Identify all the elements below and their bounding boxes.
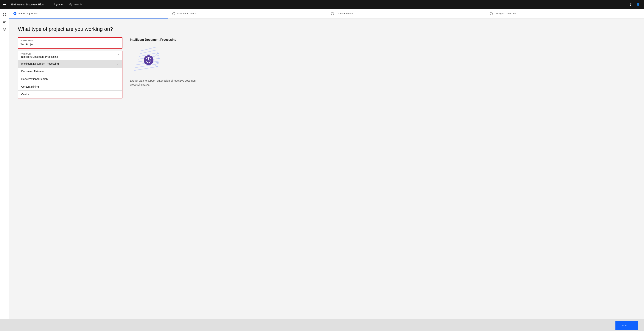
dropdown-item-custom[interactable]: Custom xyxy=(18,90,122,98)
svg-rect-1 xyxy=(5,13,6,14)
dropdown-item-label-content-mining: Content Mining xyxy=(21,85,39,88)
project-type-select-header[interactable]: Project type Intelligent Document Proces… xyxy=(18,51,122,60)
brand-bold: Plus xyxy=(38,3,44,6)
project-name-input[interactable] xyxy=(18,42,122,48)
description-illustration xyxy=(130,45,164,75)
project-type-selected: Intelligent Document Processing xyxy=(20,55,58,58)
nav-link-myprojects[interactable]: My projects xyxy=(66,0,85,9)
dropdown-item-label-conversational: Conversational Search xyxy=(21,78,48,81)
step-label-4: Configure collection xyxy=(495,12,516,15)
svg-rect-2 xyxy=(3,15,4,16)
description-text: Extract data to support automation of re… xyxy=(130,79,197,87)
project-name-label: Project name xyxy=(18,38,122,42)
project-name-group: Project name xyxy=(18,37,122,49)
sidebar-icon-api[interactable] xyxy=(2,26,8,32)
step-label-3: Connect to data xyxy=(336,12,353,15)
step-circle-1 xyxy=(14,12,16,15)
step-circle-3 xyxy=(331,12,334,15)
dropdown-item-conversational[interactable]: Conversational Search xyxy=(18,75,122,83)
form-left: Project name Project type Intelligent Do… xyxy=(18,37,122,98)
form-section: Project name Project type Intelligent Do… xyxy=(18,37,635,98)
top-navigation: IBM Watson Discovery Plus Upgrade My pro… xyxy=(0,0,644,9)
dropdown-item-label-retrieval: Document Retrieval xyxy=(21,70,44,73)
check-icon: ✓ xyxy=(117,62,119,65)
project-type-group: Project type Intelligent Document Proces… xyxy=(18,51,122,98)
nav-link-upgrade[interactable]: Upgrade xyxy=(50,0,66,9)
brand-text: IBM Watson Discovery xyxy=(11,3,38,6)
page-title: What type of project are you working on? xyxy=(18,26,635,32)
svg-point-21 xyxy=(158,58,160,59)
step-label-2: Select data source xyxy=(177,12,197,15)
page-content: What type of project are you working on?… xyxy=(9,19,644,319)
hamburger-menu[interactable] xyxy=(3,3,7,6)
progress-step-3[interactable]: Connect to data xyxy=(326,9,485,19)
dropdown-item-idp[interactable]: Intelligent Document Processing ✓ xyxy=(18,60,122,68)
svg-rect-5 xyxy=(3,22,6,22)
topnav-right: ? 👤 xyxy=(628,2,641,8)
form-right: Intelligent Document Processing xyxy=(130,37,635,87)
nav-links: Upgrade My projects xyxy=(50,0,85,9)
select-chevron-up-icon: ⌃ xyxy=(118,54,120,57)
select-header-content: Project type Intelligent Document Proces… xyxy=(20,53,58,58)
project-type-label: Project type xyxy=(20,53,58,55)
dropdown-item-retrieval[interactable]: Document Retrieval xyxy=(18,68,122,75)
next-button[interactable]: Next → xyxy=(616,321,638,330)
svg-point-23 xyxy=(156,66,158,68)
dropdown-list: Intelligent Document Processing ✓ Docume… xyxy=(18,60,122,98)
svg-line-8 xyxy=(141,47,156,51)
svg-point-20 xyxy=(157,53,159,54)
app-brand: IBM Watson Discovery Plus xyxy=(11,3,44,6)
dropdown-item-label-custom: Custom xyxy=(21,93,30,96)
footer: Next → xyxy=(0,319,644,331)
dropdown-item-content-mining[interactable]: Content Mining xyxy=(18,83,122,90)
user-icon[interactable]: 👤 xyxy=(635,2,641,8)
next-button-label: Next xyxy=(622,323,627,327)
progress-step-1[interactable]: Select project type xyxy=(9,9,168,19)
step-label-1: Select project type xyxy=(18,12,38,15)
next-arrow-icon: → xyxy=(629,323,632,327)
sidebar-icon-collections[interactable] xyxy=(2,19,8,25)
progress-step-4[interactable]: Configure collection xyxy=(485,9,644,19)
description-title: Intelligent Document Processing xyxy=(130,38,635,42)
step-circle-4 xyxy=(490,12,493,15)
svg-point-22 xyxy=(157,62,159,64)
svg-rect-3 xyxy=(5,15,6,16)
svg-rect-4 xyxy=(3,21,6,21)
svg-rect-6 xyxy=(3,22,5,23)
progress-step-2[interactable]: Select data source xyxy=(168,9,327,19)
step-circle-2 xyxy=(172,12,175,15)
help-icon[interactable]: ? xyxy=(628,2,634,8)
sidebar xyxy=(0,9,9,319)
sidebar-icon-projects[interactable] xyxy=(2,11,8,17)
progress-bar: Select project type Select data source C… xyxy=(9,9,644,19)
svg-rect-0 xyxy=(3,13,4,14)
main-content: Select project type Select data source C… xyxy=(9,9,644,319)
dropdown-item-label-idp: Intelligent Document Processing xyxy=(21,62,59,65)
